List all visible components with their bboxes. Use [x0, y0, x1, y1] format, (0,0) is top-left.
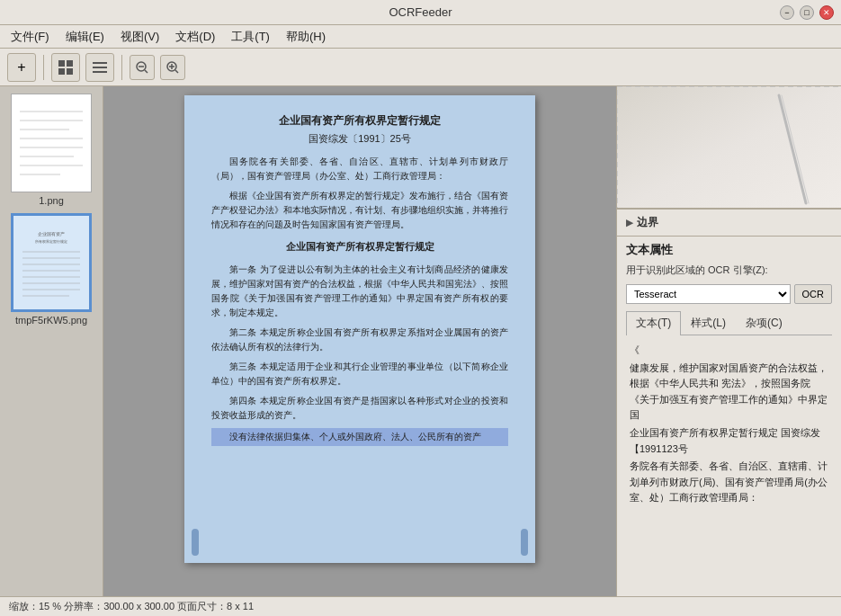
- thumbnail-image-1: [11, 94, 92, 192]
- tab-style[interactable]: 样式(L): [681, 311, 736, 335]
- boundary-section-header[interactable]: ▶ 边界: [626, 215, 832, 230]
- list-view-button[interactable]: [85, 53, 114, 82]
- status-text: 缩放：15 % 分辨率：300.00 x 300.00 页面尺寸：8 x 11: [9, 600, 254, 613]
- boundary-collapse-icon: ▶: [626, 218, 633, 228]
- ocr-engine-row: 用于识别此区域的 OCR 引擎(Z):: [626, 263, 832, 277]
- scroll-indicator-right: [521, 529, 528, 556]
- close-button[interactable]: ✕: [819, 5, 834, 20]
- doc-article4: 第四条 本规定所称企业国有资产是指国家以各种形式对企业的投资和投资收益形成的资产…: [211, 394, 508, 423]
- svg-rect-34: [617, 86, 841, 210]
- tab-misc[interactable]: 杂项(C): [736, 311, 792, 335]
- text-content-area[interactable]: 《健康发展，维护国家对国盾资产的合法权益，根据《中华人民共和 宪法》，按照国务院…: [626, 341, 832, 593]
- svg-rect-3: [67, 68, 73, 75]
- svg-text:所有权界定暂行规定: 所有权界定暂行规定: [35, 239, 67, 244]
- text-content-line: 《: [630, 343, 828, 359]
- zoom-out-icon: [135, 60, 149, 75]
- boundary-section: ▶ 边界: [617, 210, 841, 237]
- zoom-in-button[interactable]: [160, 55, 185, 80]
- svg-rect-4: [93, 62, 107, 64]
- svg-text:企业国有资产: 企业国有资产: [38, 231, 65, 237]
- thumbnail-item-2[interactable]: 企业国有资产 所有权界定暂行规定 tmpF5rKW5.png: [5, 213, 97, 326]
- document-panel[interactable]: 企业国有资产所有权界定暂行规定 国资综发〔1991〕25号 国务院各有关部委、各…: [103, 86, 616, 596]
- menu-item-tools[interactable]: 工具(T): [224, 27, 277, 47]
- zoom-in-icon: [166, 60, 180, 75]
- right-panel: ▶ 边界 文本属性 用于识别此区域的 OCR 引擎(Z): Tesseract …: [616, 86, 841, 596]
- maximize-button[interactable]: □: [800, 5, 814, 20]
- text-content-line: 健康发展，维护国家对国盾资产的合法权益，根据《中华人民共和 宪法》，按照国务院《…: [630, 361, 828, 424]
- tabs-row: 文本(T)样式(L)杂项(C): [626, 311, 832, 335]
- zoom-out-button[interactable]: [130, 55, 155, 80]
- title-bar: OCRFeeder − □ ✕: [0, 0, 841, 25]
- doc-body: 国务院各有关部委、各省、自治区、直辖市、计划单列市财政厅（局），国有资产管理局（…: [211, 155, 508, 446]
- doc-title-2: 企业国有资产所有权界定暂行规定: [211, 239, 508, 255]
- doc-highlighted: 没有法律依据归集体、个人或外国政府、法人、公民所有的资产: [211, 428, 508, 446]
- ocr-button[interactable]: OCR: [794, 284, 832, 304]
- boundary-section-label: 边界: [637, 215, 658, 230]
- minimize-button[interactable]: −: [780, 5, 794, 20]
- tab-text[interactable]: 文本(T): [626, 311, 681, 335]
- svg-rect-6: [93, 71, 107, 73]
- main-area: 1.png 企业国有资产 所有权界定暂行规定 tmpF5rKW5.: [0, 86, 841, 596]
- menu-item-help[interactable]: 帮助(H): [279, 27, 333, 47]
- toolbar: +: [0, 49, 841, 86]
- thumbnail-panel: 1.png 企业国有资产 所有权界定暂行规定 tmpF5rKW5.: [0, 86, 103, 596]
- ocr-engine-select[interactable]: Tesseract: [626, 284, 791, 304]
- svg-rect-1: [67, 60, 73, 67]
- doc-intro: 国务院各有关部委、各省、自治区、直辖市、计划单列市财政厅（局），国有资产管理局（…: [211, 155, 508, 183]
- svg-line-9: [145, 70, 148, 73]
- doc-title-1: 企业国有资产所有权界定暂行规定: [211, 113, 508, 129]
- text-props-title: 文本属性: [626, 242, 832, 258]
- text-props-section: 文本属性 用于识别此区域的 OCR 引擎(Z): Tesseract OCR 文…: [617, 237, 841, 596]
- grid-view-button[interactable]: [51, 53, 80, 82]
- text-content-inner: 《健康发展，维护国家对国盾资产的合法权益，根据《中华人民共和 宪法》，按照国务院…: [626, 343, 832, 506]
- window-title: OCRFeeder: [61, 5, 780, 19]
- svg-line-13: [175, 70, 178, 73]
- grid-icon: [58, 59, 74, 76]
- svg-rect-0: [58, 60, 65, 67]
- text-content-line: 务院各有关部委、各省、自治区、直辖甫、计划单列市财政厅(局)、国有资产管理甬局(…: [630, 459, 828, 506]
- text-content-line: 企业国有资产所有权界定暂行规定 国资综发【1991123号: [630, 425, 828, 457]
- toolbar-separator: [43, 55, 44, 80]
- preview-svg: [617, 86, 841, 210]
- thumbnail-label-1: 1.png: [39, 195, 64, 206]
- thumbnail-item-1[interactable]: 1.png: [5, 94, 97, 206]
- doc-subtitle-1: 国资综发〔1991〕25号: [211, 132, 508, 146]
- toolbar-separator-2: [121, 55, 122, 80]
- right-image-preview: [617, 86, 841, 210]
- menu-item-file[interactable]: 文件(F): [4, 27, 57, 47]
- document-page: 企业国有资产所有权界定暂行规定 国资综发〔1991〕25号 国务院各有关部委、各…: [184, 95, 535, 563]
- doc-para1: 根据《企业国有资产所有权界定的暂行规定》发布施行，结合《国有资产产权登记办法》和…: [211, 189, 508, 232]
- doc-article3: 第三条 本规定适用于企业和其行企业管理的事业单位（以下简称企业单位）中的国有资产…: [211, 360, 508, 388]
- menu-item-edit[interactable]: 编辑(E): [58, 27, 112, 47]
- status-bar: 缩放：15 % 分辨率：300.00 x 300.00 页面尺寸：8 x 11: [0, 596, 841, 616]
- window-controls: − □ ✕: [780, 5, 834, 20]
- ocr-engine-label: 用于识别此区域的 OCR 引擎(Z):: [626, 263, 768, 277]
- doc-article2: 第二条 本规定所称企业国有资产所有权界定系指对企业属国有的资产依法确认所有权的法…: [211, 326, 508, 354]
- thumbnail-label-2: tmpF5rKW5.png: [15, 315, 87, 326]
- menu-bar: 文件(F)编辑(E)视图(V)文档(D)工具(T)帮助(H): [0, 25, 841, 49]
- scroll-indicator-left: [192, 529, 199, 556]
- menu-item-view[interactable]: 视图(V): [113, 27, 166, 47]
- add-button[interactable]: +: [7, 53, 36, 82]
- svg-rect-5: [93, 67, 107, 68]
- list-icon: [92, 59, 108, 76]
- svg-rect-2: [58, 68, 65, 75]
- thumbnail-image-2: 企业国有资产 所有权界定暂行规定: [11, 213, 92, 312]
- preview-image: [617, 86, 841, 208]
- menu-item-document[interactable]: 文档(D): [168, 27, 222, 47]
- doc-article1: 第一条 为了促进以公有制为主体的社会主义有计划商品经济的健康发展，维护国家对国有…: [211, 263, 508, 320]
